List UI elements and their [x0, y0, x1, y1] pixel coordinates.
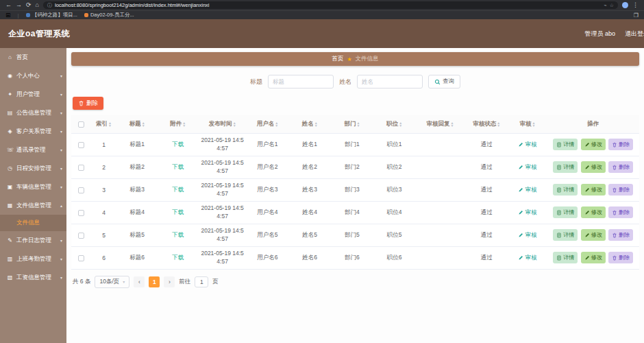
sidebar-item-user-management[interactable]: ✦用户管理▾ — [0, 85, 66, 104]
col-review-status[interactable]: 审核状态▲▼ — [465, 115, 508, 133]
edit-button[interactable]: 修改 — [581, 184, 606, 196]
detail-button[interactable]: 详情 — [553, 161, 578, 173]
edit-button[interactable]: 修改 — [581, 139, 606, 150]
review-button[interactable]: 审核 — [518, 186, 536, 194]
sort-icon[interactable]: ▲▼ — [532, 121, 535, 127]
prev-page-button[interactable]: ‹ — [134, 276, 145, 287]
row-checkbox[interactable] — [78, 210, 84, 216]
sidebar-item-file-management[interactable]: ▦文件信息管理▴ — [0, 196, 66, 215]
row-checkbox[interactable] — [78, 142, 84, 148]
col-department[interactable]: 部门▲▼ — [331, 115, 374, 133]
breadcrumb-home[interactable]: 首页 — [332, 55, 343, 63]
refresh-icon[interactable]: ⟳ — [26, 2, 32, 8]
col-index[interactable]: 索引▲▼ — [90, 115, 116, 133]
back-icon[interactable]: ← — [5, 2, 12, 8]
detail-button[interactable]: 详情 — [553, 139, 578, 150]
save-icon[interactable]: ⌁ — [604, 3, 607, 8]
col-name[interactable]: 姓名▲▼ — [289, 115, 331, 133]
sidebar-subitem-file-info-active[interactable]: 文件信息 — [0, 215, 66, 231]
delete-button[interactable]: 删除 — [608, 252, 633, 263]
download-link[interactable]: 下载 — [172, 231, 184, 238]
page-number-current[interactable]: 1 — [149, 276, 160, 287]
sidebar-item-customer-relations[interactable]: ◈客户关系管理▾ — [0, 122, 66, 141]
sort-icon[interactable]: ▲▼ — [108, 121, 112, 127]
sort-icon[interactable]: ▲▼ — [356, 121, 360, 127]
bookmark-item[interactable]: Day02-09-员工分... — [84, 12, 134, 19]
col-attachment[interactable]: 附件▲▼ — [157, 115, 199, 133]
sort-icon[interactable]: ▲▼ — [233, 121, 236, 127]
col-position[interactable]: 职位▲▼ — [373, 115, 415, 133]
apps-grid-icon[interactable]: ⊞ — [5, 12, 11, 19]
col-review-reply[interactable]: 审核回复▲▼ — [415, 115, 465, 133]
sort-icon[interactable]: ▲▼ — [182, 121, 186, 127]
download-link[interactable]: 下载 — [172, 163, 184, 170]
col-title[interactable]: 标题▲▼ — [117, 115, 158, 133]
review-button[interactable]: 审核 — [518, 209, 536, 217]
col-review[interactable]: 审核▲▼ — [508, 115, 547, 133]
review-button[interactable]: 审核 — [518, 141, 536, 149]
home-icon[interactable]: ⌂ — [36, 2, 39, 8]
col-username[interactable]: 用户名▲▼ — [246, 115, 289, 133]
edit-button[interactable]: 修改 — [581, 229, 606, 241]
download-link[interactable]: 下载 — [172, 254, 184, 261]
select-all-checkbox[interactable] — [78, 121, 84, 128]
download-link[interactable]: 下载 — [172, 209, 184, 215]
detail-button[interactable]: 详情 — [553, 229, 578, 241]
batch-delete-button[interactable]: 删除 — [73, 97, 103, 110]
sidebar-item-vehicle-management[interactable]: ▣车辆信息管理▾ — [0, 178, 66, 196]
site-info-icon[interactable]: ⓘ — [47, 2, 52, 9]
sidebar-item-attendance-management[interactable]: ▥上班考勤管理▾ — [0, 250, 66, 268]
delete-button[interactable]: 删除 — [608, 229, 633, 241]
bookmark-item[interactable]: 【码神之路】项目... — [26, 12, 77, 19]
delete-button[interactable]: 删除 — [608, 184, 633, 196]
detail-button[interactable]: 详情 — [553, 184, 578, 196]
row-checkbox[interactable] — [78, 187, 84, 193]
sort-icon[interactable]: ▲▼ — [450, 121, 454, 127]
title-search-input[interactable] — [268, 75, 334, 88]
edit-button[interactable]: 修改 — [581, 161, 606, 173]
detail-button[interactable]: 详情 — [553, 206, 578, 218]
sidebar-item-contacts-management[interactable]: ☏通讯录管理▾ — [0, 141, 66, 159]
sidebar-item-home[interactable]: ⌂首页 — [0, 48, 66, 67]
url-text[interactable]: localhost:8080/springboot2142g/admin/dis… — [55, 2, 602, 8]
download-link[interactable]: 下载 — [172, 186, 184, 193]
delete-button[interactable]: 删除 — [608, 206, 633, 218]
row-checkbox[interactable] — [78, 255, 84, 261]
sidebar-item-worklog-management[interactable]: ✎工作日志管理▾ — [0, 231, 66, 250]
review-button[interactable]: 审核 — [518, 163, 536, 172]
sort-icon[interactable]: ▲▼ — [399, 121, 402, 127]
sort-icon[interactable]: ▲▼ — [497, 121, 500, 127]
detail-button[interactable]: 详情 — [553, 252, 578, 263]
page-size-select[interactable]: 10条/页▾ — [95, 276, 129, 288]
sidebar-item-salary-management[interactable]: ▧工资信息管理▾ — [0, 268, 66, 287]
download-link[interactable]: 下载 — [172, 141, 184, 147]
sort-icon[interactable]: ▲▼ — [142, 121, 145, 127]
edit-button[interactable]: 修改 — [581, 206, 606, 218]
bookmark-star-icon[interactable]: ☆ — [610, 3, 614, 8]
sort-icon[interactable]: ▲▼ — [314, 121, 318, 127]
bookmark-label[interactable]: 【码神之路】项目... — [32, 12, 77, 19]
delete-button[interactable]: 删除 — [608, 139, 633, 150]
other-bookmarks-icon[interactable]: ❐ — [634, 12, 639, 19]
sidebar-item-announcement-management[interactable]: ▤公告信息管理▾ — [0, 104, 66, 122]
next-page-button[interactable]: › — [164, 276, 175, 287]
review-button[interactable]: 审核 — [518, 254, 536, 262]
row-checkbox[interactable] — [78, 233, 84, 239]
review-button[interactable]: 审核 — [518, 231, 536, 239]
browser-menu-icon[interactable]: ⋮ — [632, 2, 639, 8]
bookmark-label[interactable]: Day02-09-员工分... — [90, 12, 134, 19]
row-checkbox[interactable] — [78, 165, 84, 171]
logout-button[interactable]: 退出登录 — [625, 29, 644, 38]
goto-page-input[interactable] — [195, 276, 208, 287]
sidebar-item-personal-center[interactable]: ◉个人中心▾ — [0, 67, 66, 85]
profile-avatar[interactable] — [622, 2, 628, 8]
delete-button[interactable]: 删除 — [608, 161, 633, 173]
address-bar[interactable]: ⓘ localhost:8080/springboot2142g/admin/d… — [43, 1, 618, 9]
col-publish-time[interactable]: 发布时间▲▼ — [199, 115, 246, 133]
query-button[interactable]: 查询 — [428, 75, 460, 88]
forward-icon[interactable]: → — [16, 2, 22, 8]
sort-icon[interactable]: ▲▼ — [275, 121, 278, 127]
name-search-input[interactable] — [357, 75, 423, 88]
sidebar-item-schedule-management[interactable]: ◷日程安排管理▾ — [0, 159, 66, 178]
edit-button[interactable]: 修改 — [581, 252, 606, 263]
